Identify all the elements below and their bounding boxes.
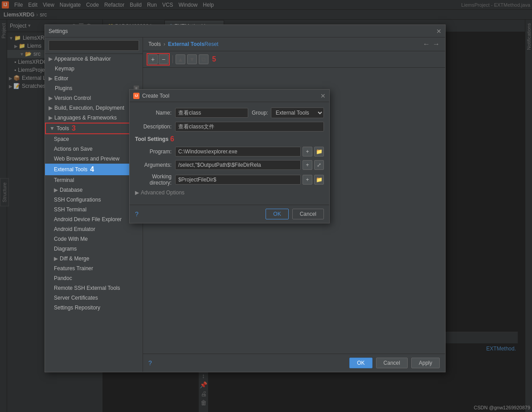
ct-cancel-btn[interactable]: Cancel xyxy=(292,209,324,219)
settings-settings-repo-label: Settings Repository xyxy=(54,305,100,311)
breadcrumb-external-tools: External Tools xyxy=(168,41,205,47)
ct-program-input[interactable] xyxy=(175,147,301,157)
settings-item-server-cert[interactable]: Server Certificates xyxy=(45,293,143,303)
build-arrow: ▶ xyxy=(49,105,53,111)
settings-cancel-btn[interactable]: Cancel xyxy=(376,358,408,368)
ct-desc-label: Description: xyxy=(135,124,175,130)
ct-desc-row: Description: xyxy=(135,122,324,132)
settings-item-languages[interactable]: ▶ Languages & Frameworks xyxy=(45,113,143,123)
settings-appearance-label: Appearance & Behavior xyxy=(54,56,111,62)
nav-forward-btn[interactable]: → xyxy=(433,40,440,48)
diff-merge-arrow: ▶ xyxy=(54,255,58,262)
ct-workdir-label: Working directory: xyxy=(135,173,175,186)
ct-program-browse-btn[interactable]: 📁 xyxy=(314,147,324,157)
settings-apply-btn[interactable]: Apply xyxy=(411,358,440,368)
ct-name-label: Name: xyxy=(135,110,175,116)
add-remove-group: + − xyxy=(147,53,170,66)
settings-item-vcs[interactable]: ▶ Version Control ≡ xyxy=(45,93,143,103)
settings-diff-merge-label: Diff & Merge xyxy=(60,255,89,262)
settings-ok-btn[interactable]: OK xyxy=(349,358,372,368)
appearance-arrow: ▶ xyxy=(49,56,53,62)
settings-item-external-tools[interactable]: External Tools 4 xyxy=(45,164,143,175)
ct-program-label: Program: xyxy=(135,148,175,155)
nav-back-btn[interactable]: ← xyxy=(423,40,430,48)
settings-item-tools[interactable]: ▼ Tools 3 xyxy=(45,123,143,134)
database-arrow: ▶ xyxy=(54,187,58,193)
settings-item-web-browsers[interactable]: Web Browsers and Preview xyxy=(45,154,143,164)
create-tool-dialog: IJ Create Tool ✕ Name: Group: External T… xyxy=(129,89,330,223)
settings-item-code-with-me[interactable]: Code With Me xyxy=(45,234,143,244)
footer-help-btn[interactable]: ? xyxy=(148,359,152,367)
settings-item-ssh-terminal[interactable]: SSH Terminal ≡ xyxy=(45,205,143,214)
settings-item-remote-ssh[interactable]: Remote SSH External Tools xyxy=(45,283,143,293)
copy-btn[interactable]: ⧉ xyxy=(199,54,209,64)
ct-workdir-browse-btn[interactable]: 📁 xyxy=(314,175,324,185)
settings-database-label: Database xyxy=(60,187,82,193)
ct-body: Name: Group: External Tools Description:… xyxy=(130,102,329,205)
add-tool-btn[interactable]: + xyxy=(148,54,158,64)
settings-terminal-label: Terminal xyxy=(54,177,74,183)
ct-title: Create Tool xyxy=(142,93,169,99)
ct-advanced-options[interactable]: ▶ Advanced Options xyxy=(135,190,324,196)
ct-desc-input[interactable] xyxy=(175,122,324,132)
settings-external-tools-label: External Tools xyxy=(54,166,87,173)
settings-search-input[interactable] xyxy=(49,40,139,51)
settings-item-build[interactable]: ▶ Build, Execution, Deployment xyxy=(45,103,143,113)
settings-toolbar: + − ▲ ▼ ⧉ 5 xyxy=(143,51,445,68)
settings-item-features-trainer[interactable]: Features Trainer xyxy=(45,264,143,273)
settings-space-label: Space xyxy=(54,136,69,142)
ct-program-add-btn[interactable]: + xyxy=(303,147,312,157)
settings-item-space[interactable]: Space xyxy=(45,134,143,144)
settings-item-terminal[interactable]: Terminal ≡ xyxy=(45,175,143,185)
settings-left-panel: ▶ Appearance & Behavior Keymap ▶ Editor … xyxy=(45,37,143,372)
settings-search-area xyxy=(45,37,143,54)
settings-item-ssh-conf[interactable]: SSH Configurations ≡ xyxy=(45,195,143,205)
settings-item-keymap[interactable]: Keymap xyxy=(45,64,143,74)
settings-remote-ssh-label: Remote SSH External Tools xyxy=(54,285,120,291)
ct-name-input[interactable] xyxy=(175,108,248,118)
ct-args-expand-btn[interactable]: ⤢ xyxy=(314,160,324,170)
ct-advanced-label: Advanced Options xyxy=(141,190,184,196)
settings-tools-label: Tools xyxy=(57,125,69,132)
reset-btn[interactable]: Reset xyxy=(205,41,218,47)
settings-features-trainer-label: Features Trainer xyxy=(54,265,93,272)
settings-item-diff-merge[interactable]: ▶ Diff & Merge xyxy=(45,254,143,264)
settings-web-browsers-label: Web Browsers and Preview xyxy=(54,156,119,162)
settings-item-plugins[interactable]: Plugins ≡ xyxy=(45,83,143,93)
ct-workdir-add-btn[interactable]: + xyxy=(303,175,312,185)
settings-item-pandoc[interactable]: Pandoc xyxy=(45,273,143,283)
settings-item-appearance[interactable]: ▶ Appearance & Behavior xyxy=(45,54,143,64)
breadcrumb-tools: Tools xyxy=(148,41,161,47)
settings-plugins-label: Plugins xyxy=(55,85,72,91)
settings-title: Settings xyxy=(49,28,68,34)
settings-item-diagrams[interactable]: Diagrams xyxy=(45,244,143,254)
watermark: CSDN @gnw1269920879 xyxy=(474,405,530,410)
ct-workdir-input[interactable] xyxy=(175,175,301,185)
ct-ok-btn[interactable]: OK xyxy=(266,209,288,219)
settings-item-android-emulator[interactable]: Android Emulator xyxy=(45,224,143,234)
settings-actions-save-label: Actions on Save xyxy=(54,146,93,152)
ct-args-input[interactable] xyxy=(175,160,301,170)
settings-right-header: Tools › External Tools Reset ← → xyxy=(143,37,445,51)
move-up-btn[interactable]: ▲ xyxy=(176,54,185,64)
settings-item-editor[interactable]: ▶ Editor xyxy=(45,74,143,83)
ct-args-add-btn[interactable]: + xyxy=(303,160,312,170)
ct-program-row: Program: + 📁 xyxy=(135,147,324,157)
settings-item-database[interactable]: ▶ Database xyxy=(45,185,143,195)
remove-tool-btn[interactable]: − xyxy=(159,54,168,64)
languages-arrow: ▶ xyxy=(49,115,53,121)
ct-args-label: Arguments: xyxy=(135,162,175,168)
ct-group-select[interactable]: External Tools xyxy=(271,107,324,118)
settings-item-android-file[interactable]: Android Device File Explorer xyxy=(45,214,143,224)
settings-android-file-label: Android Device File Explorer xyxy=(54,216,122,222)
settings-diagrams-label: Diagrams xyxy=(54,246,77,252)
ct-help-btn[interactable]: ? xyxy=(135,210,139,218)
settings-item-settings-repo[interactable]: Settings Repository xyxy=(45,303,143,313)
settings-breadcrumb: Tools › External Tools xyxy=(148,41,205,47)
settings-item-actions-save[interactable]: Actions on Save ≡ xyxy=(45,144,143,154)
settings-vcs-label: Version Control xyxy=(54,95,91,101)
settings-close-btn[interactable]: ✕ xyxy=(436,28,442,35)
ct-close-btn[interactable]: ✕ xyxy=(320,92,326,99)
ct-args-row: Arguments: + ⤢ xyxy=(135,160,324,170)
move-down-btn[interactable]: ▼ xyxy=(187,54,197,64)
